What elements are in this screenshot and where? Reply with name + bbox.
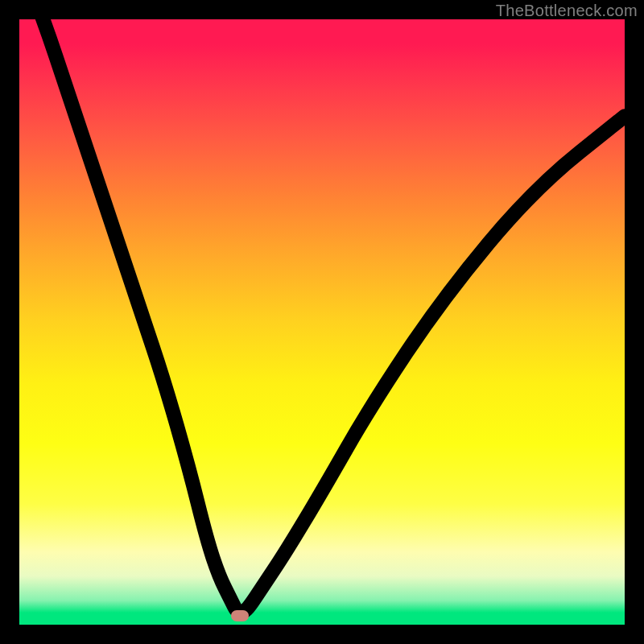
chart-frame: TheBottleneck.com: [0, 0, 644, 644]
watermark-text: TheBottleneck.com: [496, 2, 638, 20]
optimum-marker: [231, 610, 249, 621]
curve-svg: [19, 19, 625, 625]
plot-area: [19, 19, 625, 625]
bottleneck-curve: [19, 19, 625, 613]
